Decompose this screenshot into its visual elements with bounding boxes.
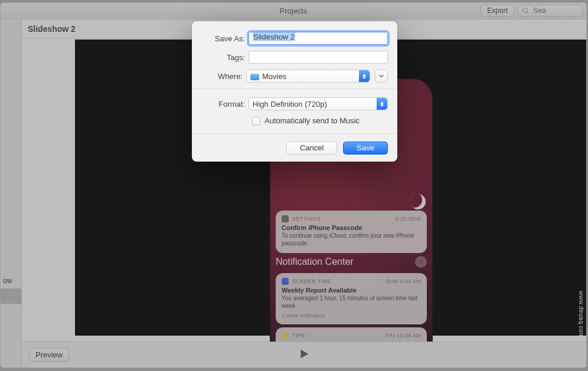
preview-button[interactable]: Preview [29,348,69,362]
moon-icon [410,194,426,209]
notification-center-header: Notification Center × [276,256,427,268]
sidebar: ow [1,19,22,367]
notification-settings: SETTINGS 9:10:2018 Confirm iPhone Passco… [276,211,427,253]
save-dialog: Save As: Slideshow 2 Tags: Where: Movies [192,21,397,162]
notif-sub: 1 more notification [282,313,421,319]
format-popup[interactable]: High Definition (720p) [249,97,388,110]
search-field[interactable] [518,5,583,17]
notif-time: Fri 11:08 AM [386,333,421,339]
sidebar-item-label: ow [3,277,12,285]
screentime-app-icon [282,278,289,285]
close-icon[interactable]: × [415,256,427,268]
notif-app-label: SCREEN TIME [292,278,331,284]
cancel-button[interactable]: Cancel [286,142,337,155]
auto-send-label: Automatically send to Music [264,116,360,125]
save-button[interactable]: Save [343,142,388,155]
notif-body: To continue using iCloud, confirm your n… [282,232,421,247]
format-value: High Definition (720p) [253,100,327,109]
save-as-label: Save As: [201,34,249,43]
titlebar: Projects Export [1,3,586,19]
settings-app-icon [282,215,289,222]
bottom-toolbar: Preview [22,342,586,367]
folder-icon [250,74,259,80]
sidebar-item-slideshow[interactable]: ow [1,273,22,288]
where-value: Movies [262,72,286,81]
chevron-updown-icon [377,98,387,110]
notif-body: You averaged 1 hour, 15 minutes of scree… [282,295,421,310]
chevron-updown-icon [359,70,370,82]
notif-time: Sun 9:02 AM [386,278,421,284]
tags-input[interactable] [249,51,388,64]
svg-line-1 [527,12,528,14]
watermark: www.deuaq.com [578,291,584,338]
notif-title: Confirm iPhone Passcode [282,224,421,231]
nc-title: Notification Center [276,257,354,267]
format-label: Format: [201,100,249,109]
search-input[interactable] [532,6,579,15]
play-icon[interactable] [298,347,311,362]
notif-title: Weekly Report Available [282,287,421,294]
tags-label: Tags: [201,53,249,62]
notification-screentime: SCREEN TIME Sun 9:02 AM Weekly Report Av… [276,273,427,324]
sidebar-item-selected[interactable] [1,288,22,304]
divider [192,88,397,89]
where-popup[interactable]: Movies [246,70,370,83]
notif-app-label: SETTINGS [292,216,321,222]
search-icon [522,7,529,14]
export-button[interactable]: Export [481,5,514,17]
notif-time: 9:10:2018 [395,216,421,222]
disclosure-button[interactable] [375,70,388,83]
auto-send-checkbox[interactable] [252,117,260,125]
where-label: Where: [201,72,246,81]
save-as-input[interactable]: Slideshow 2 [249,32,388,45]
notif-app-label: TIPS [292,333,305,339]
svg-point-0 [523,8,528,13]
tips-app-icon [282,332,289,339]
window-title: Projects [280,6,308,15]
save-as-value: Slideshow 2 [253,32,295,41]
